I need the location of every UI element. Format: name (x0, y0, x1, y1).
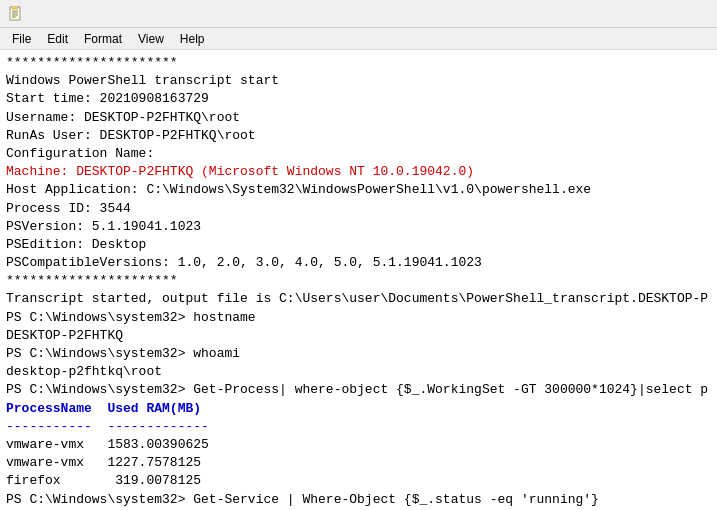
svg-rect-1 (12, 6, 18, 9)
menu-format[interactable]: Format (76, 28, 130, 49)
text-line: PS C:\Windows\system32> Get-Service | Wh… (6, 491, 711, 509)
text-line: Username: DESKTOP-P2FHTKQ\root (6, 109, 711, 127)
text-content[interactable]: **********************Windows PowerShell… (0, 50, 717, 510)
title-bar (0, 0, 717, 28)
minimize-button[interactable] (567, 0, 613, 28)
close-button[interactable] (663, 0, 709, 28)
text-line: PS C:\Windows\system32> hostname (6, 309, 711, 327)
text-line: PS C:\Windows\system32> Get-Process| whe… (6, 381, 711, 399)
text-line: vmware-vmx 1227.7578125 (6, 454, 711, 472)
text-line: Transcript started, output file is C:\Us… (6, 290, 711, 308)
notepad-icon (8, 6, 24, 22)
text-line: ProcessName Used RAM(MB) (6, 400, 711, 418)
text-line: Host Application: C:\Windows\System32\Wi… (6, 181, 711, 199)
text-line: Machine: DESKTOP-P2FHTKQ (Microsoft Wind… (6, 163, 711, 181)
menu-view[interactable]: View (130, 28, 172, 49)
text-line: RunAs User: DESKTOP-P2FHTKQ\root (6, 127, 711, 145)
text-line: desktop-p2fhtkq\root (6, 363, 711, 381)
menu-edit[interactable]: Edit (39, 28, 76, 49)
text-line: Windows PowerShell transcript start (6, 72, 711, 90)
window-controls (567, 0, 709, 28)
text-line: PSVersion: 5.1.19041.1023 (6, 218, 711, 236)
text-line: Configuration Name: (6, 145, 711, 163)
text-line: PS C:\Windows\system32> whoami (6, 345, 711, 363)
text-line: ********************** (6, 54, 711, 72)
text-line: DESKTOP-P2FHTKQ (6, 327, 711, 345)
text-line: vmware-vmx 1583.00390625 (6, 436, 711, 454)
text-line: PSEdition: Desktop (6, 236, 711, 254)
text-line: ----------- ------------- (6, 418, 711, 436)
text-line: firefox 319.0078125 (6, 472, 711, 490)
text-line: Start time: 20210908163729 (6, 90, 711, 108)
text-line: ********************** (6, 272, 711, 290)
menu-file[interactable]: File (4, 28, 39, 49)
text-line: PSCompatibleVersions: 1.0, 2.0, 3.0, 4.0… (6, 254, 711, 272)
menu-bar: File Edit Format View Help (0, 28, 717, 50)
menu-help[interactable]: Help (172, 28, 213, 49)
text-line: Process ID: 3544 (6, 200, 711, 218)
maximize-button[interactable] (615, 0, 661, 28)
